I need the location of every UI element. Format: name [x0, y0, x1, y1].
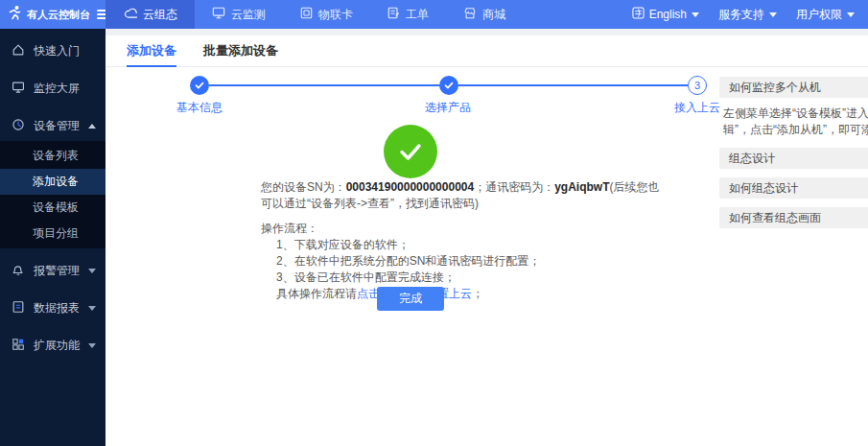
- nav-item-cloud-monitor[interactable]: 云监测: [195, 0, 283, 29]
- screen-icon: [12, 81, 25, 97]
- header-right: English 服务支持 用户权限: [632, 0, 868, 29]
- chevron-down-icon: [88, 306, 96, 311]
- check-icon: [194, 80, 205, 91]
- step-1-node: [190, 76, 209, 95]
- detail-suffix: ；: [472, 287, 483, 300]
- sidebar-item-project-group[interactable]: 项目分组: [0, 221, 106, 246]
- sidebar-item-label: 报警管理: [34, 263, 80, 279]
- chevron-down-icon: [88, 343, 96, 348]
- nav-label: 云监测: [231, 7, 266, 23]
- alarm-bell-icon: [12, 263, 25, 279]
- monitor-icon: [212, 7, 225, 22]
- home-icon: [12, 43, 25, 59]
- tab-add-device[interactable]: 添加设备: [127, 35, 176, 66]
- apps-grid-icon: [12, 338, 25, 354]
- page: 有人云控制台 云组态 云监测 物联卡: [0, 0, 868, 446]
- help-section-how-to-scada[interactable]: 如何组态设计: [719, 177, 868, 199]
- sidebar-item-monitor-screen[interactable]: 监控大屏: [0, 74, 106, 104]
- sn-prefix: 您的设备SN为：: [261, 180, 346, 194]
- nav-label: 云组态: [143, 7, 177, 23]
- submenu-item-label: 设备列表: [33, 148, 79, 164]
- logo[interactable]: 有人云控制台: [0, 0, 106, 29]
- step-3-node: 3: [688, 76, 707, 95]
- sidebar-item-device-management[interactable]: 设备管理: [0, 111, 106, 141]
- device-management-submenu: 设备列表 添加设备 设备模板 项目分组: [0, 141, 106, 248]
- nav-item-work-order[interactable]: 工单: [370, 0, 446, 29]
- sidebar-item-label: 数据报表: [34, 300, 80, 317]
- sidebar-item-label: 扩展功能: [34, 338, 80, 354]
- nav-item-cloud-scada[interactable]: 云组态: [106, 0, 195, 29]
- sidebar-item-quick-start[interactable]: 快速入门: [0, 36, 106, 66]
- sidebar-item-label: 监控大屏: [34, 81, 96, 97]
- sim-card-icon: [300, 7, 313, 22]
- sidebar-item-extended-functions[interactable]: 扩展功能: [0, 331, 106, 361]
- step-connector: [209, 84, 439, 86]
- help-body-line: 左侧菜单选择“设备模板”进入设备模板列表，选择“设: [723, 106, 868, 122]
- flow-steps: 1、下载对应设备的软件； 2、在软件中把系统分配的SN和通讯密码进行配置； 3、…: [261, 237, 668, 286]
- help-section-view-scada-screen[interactable]: 如何查看组态画面: [719, 207, 868, 228]
- support-label: 服务支持: [718, 7, 764, 23]
- chevron-down-icon: [769, 12, 777, 17]
- cloud-icon: [123, 7, 137, 22]
- store-icon: [463, 7, 477, 22]
- service-support-menu[interactable]: 服务支持: [718, 7, 777, 23]
- runner-logo-icon: [7, 5, 22, 24]
- step-connector: [458, 84, 689, 86]
- sidebar-item-alarm-management[interactable]: 报警管理: [0, 256, 106, 286]
- nav-label: 工单: [406, 7, 429, 23]
- device-sn-value: 00034190000000000004: [346, 180, 474, 194]
- chevron-up-icon: [88, 124, 96, 129]
- sidebar-item-add-device[interactable]: 添加设备: [0, 169, 106, 195]
- flow-title: 操作流程：: [261, 221, 668, 237]
- step-number: 3: [694, 80, 700, 91]
- step-2-label: 选择产品: [390, 100, 505, 116]
- sidebar-item-device-list[interactable]: 设备列表: [0, 143, 106, 169]
- app-title: 有人云控制台: [27, 8, 90, 22]
- sidebar-item-label: 快速入门: [34, 43, 96, 59]
- language-selector[interactable]: English: [632, 7, 699, 22]
- chevron-down-icon: [88, 269, 96, 273]
- globe-icon: [632, 7, 645, 22]
- permission-label: 用户权限: [796, 7, 842, 23]
- flow-step-3: 3、设备已在软件中配置完成连接；: [276, 270, 668, 286]
- success-check-icon: [384, 125, 437, 178]
- finish-button[interactable]: 完成: [377, 287, 444, 311]
- flow-step-1: 1、下载对应设备的软件；: [276, 237, 668, 253]
- password-label: ；通讯密码为：: [474, 180, 554, 194]
- report-icon: [12, 300, 25, 317]
- help-panel: 如何监控多个从机 左侧菜单选择“设备模板”进入设备模板列表，选择“设 辑”，点击…: [719, 77, 868, 228]
- sidebar-item-device-template[interactable]: 设备模板: [0, 195, 106, 221]
- language-label: English: [649, 8, 687, 21]
- device-gauge-icon: [12, 118, 25, 134]
- check-icon: [443, 80, 455, 91]
- tab-batch-add-device[interactable]: 批量添加设备: [203, 35, 278, 66]
- nav-label: 物联卡: [318, 7, 353, 23]
- nav-item-iot-card[interactable]: 物联卡: [283, 0, 370, 29]
- user-permission-menu[interactable]: 用户权限: [796, 7, 855, 23]
- chevron-down-icon: [692, 12, 699, 17]
- help-body-monitor-slaves: 左侧菜单选择“设备模板”进入设备模板列表，选择“设 辑”，点击“添加从机”，即可…: [719, 98, 868, 148]
- submenu-item-label: 设备模板: [33, 200, 79, 216]
- comm-password-value: ygAiqbwT: [554, 180, 609, 194]
- help-body-line: 辑”，点击“添加从机”，即可添加从机。: [723, 122, 868, 138]
- submenu-item-label: 添加设备: [33, 174, 79, 190]
- sidebar: 快速入门 监控大屏 设备管理 设备列表: [0, 29, 106, 446]
- tab-bar: 添加设备 批量添加设备: [106, 35, 868, 67]
- work-order-icon: [387, 7, 400, 22]
- chevron-down-icon: [847, 12, 855, 17]
- main-content: 添加设备 批量添加设备 3 基本信息 选择产品 接入上云: [106, 35, 868, 446]
- top-nav: 云组态 云监测 物联卡 工单: [106, 0, 523, 29]
- step-1-label: 基本信息: [142, 100, 257, 116]
- step-2-node: [439, 76, 458, 95]
- result-info: 您的设备SN为：00034190000000000004；通讯密码为：ygAiq…: [261, 179, 668, 302]
- help-section-monitor-slaves[interactable]: 如何监控多个从机: [719, 77, 868, 98]
- nav-item-store[interactable]: 商城: [446, 0, 523, 29]
- detail-prefix: 具体操作流程请: [276, 287, 357, 300]
- help-section-scada-design[interactable]: 组态设计: [719, 148, 868, 169]
- sidebar-item-data-report[interactable]: 数据报表: [0, 293, 106, 323]
- submenu-item-label: 项目分组: [33, 225, 79, 242]
- sn-line: 您的设备SN为：00034190000000000004；通讯密码为：ygAiq…: [261, 179, 668, 212]
- wizard-stepper: 3 基本信息 选择产品 接入上云: [190, 76, 707, 117]
- top-header: 有人云控制台 云组态 云监测 物联卡: [0, 0, 868, 29]
- nav-label: 商城: [482, 7, 505, 23]
